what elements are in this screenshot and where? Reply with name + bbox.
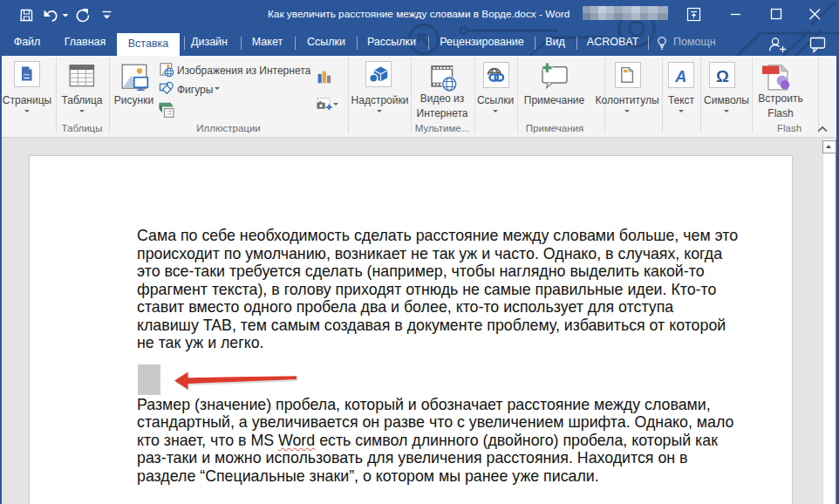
svg-text:A: A bbox=[674, 68, 686, 85]
svg-text:Ω: Ω bbox=[716, 67, 729, 85]
